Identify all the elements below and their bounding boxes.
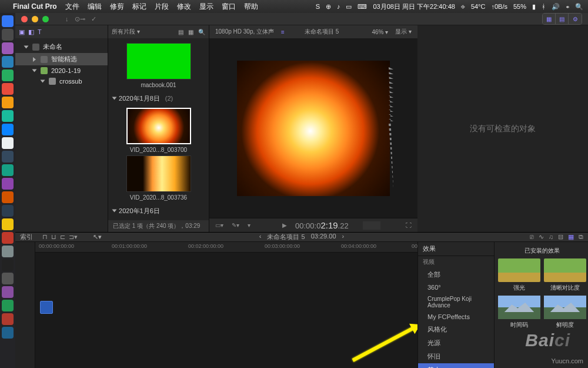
library-root[interactable]: 未命名	[15, 41, 108, 53]
timecode-display[interactable]: 00:00:02:19.22	[295, 220, 349, 230]
play-button[interactable]: ▶	[282, 222, 287, 228]
view-dropdown[interactable]: 显示 ▾	[395, 28, 412, 36]
bluetooth-icon[interactable]: ᚼ	[542, 3, 546, 10]
effect-item[interactable]: 强光	[498, 258, 540, 292]
menu-modify[interactable]: 修改	[177, 2, 191, 12]
dock-app[interactable]	[2, 164, 14, 176]
bg-tasks-icon[interactable]: ✓	[91, 15, 96, 23]
dock-app[interactable]	[2, 300, 14, 311]
dock-app[interactable]	[2, 151, 14, 163]
library-smart-collection[interactable]: 智能精选	[15, 53, 108, 65]
browser-group-icon[interactable]: ▦	[188, 29, 193, 35]
snap-icon[interactable]: ⊟	[558, 233, 563, 241]
prev-edit-icon[interactable]: ‹	[259, 233, 262, 241]
connect-clip-icon[interactable]: ⊓	[42, 233, 48, 241]
dock-safari[interactable]	[2, 124, 14, 135]
append-clip-icon[interactable]: ⊏	[60, 233, 65, 241]
dock-app[interactable]	[2, 178, 14, 190]
dock-app[interactable]	[2, 273, 14, 284]
effects-cat-360[interactable]: 360°	[418, 281, 494, 293]
fullscreen-icon[interactable]: ⛶	[406, 222, 412, 228]
clip-thumbnail[interactable]	[126, 155, 191, 192]
dock-app[interactable]	[2, 29, 14, 41]
disclosure-triangle-icon[interactable]	[32, 69, 37, 72]
viewer-canvas[interactable]	[237, 61, 390, 196]
browser-search-icon[interactable]: 🔍	[198, 29, 205, 35]
select-tool-icon[interactable]: ↖▾	[93, 233, 102, 241]
clip-thumbnail[interactable]	[126, 43, 191, 79]
date-time[interactable]: 03月08日 周日 下午22:40:48	[373, 2, 455, 11]
transitions-icon[interactable]: ⧉	[579, 233, 583, 241]
volume-icon[interactable]: 🔊	[552, 3, 560, 11]
effects-cat-all[interactable]: 全部	[418, 268, 494, 281]
dock-app[interactable]	[2, 327, 14, 339]
dock-app[interactable]	[2, 56, 14, 68]
dock-app[interactable]	[2, 137, 14, 149]
dock-app[interactable]	[2, 42, 14, 54]
timeline-index-button[interactable]: 索引	[20, 233, 33, 241]
clip-filter-dropdown[interactable]: 所有片段 ▾	[112, 28, 140, 36]
dock-app[interactable]	[2, 69, 14, 81]
dock-app[interactable]	[2, 110, 14, 122]
battery-icon[interactable]: ▮	[532, 3, 536, 11]
overwrite-clip-icon[interactable]: ⊐▾	[69, 233, 78, 241]
menu-edit[interactable]: 编辑	[88, 2, 102, 12]
disclosure-triangle-icon[interactable]	[24, 45, 29, 48]
timeline-area[interactable]: 00:00:00:00:00 00:01:00:00:00 00:02:00:0…	[35, 242, 417, 368]
music-icon[interactable]: ♪	[337, 3, 340, 10]
window-minimize-button[interactable]	[32, 16, 38, 22]
spotlight-icon[interactable]: 🔍	[575, 3, 583, 11]
effect-item[interactable]: 时间码	[498, 296, 540, 329]
next-edit-icon[interactable]: ›	[342, 233, 345, 241]
effects-browser-icon[interactable]: ▦	[568, 233, 574, 241]
library-project[interactable]: crossub	[15, 76, 108, 87]
titles-icon[interactable]: T	[38, 28, 42, 35]
import-icon[interactable]: ↓	[65, 15, 69, 23]
dock-app[interactable]	[2, 97, 14, 108]
insert-clip-icon[interactable]: ⊔	[51, 233, 56, 241]
dock-app[interactable]	[2, 286, 14, 298]
disclosure-triangle-icon[interactable]	[112, 210, 117, 213]
retime-icon[interactable]: ▾	[248, 222, 250, 228]
photos-icon[interactable]: ◧	[28, 28, 34, 36]
dock-app[interactable]	[2, 313, 14, 325]
effects-cat-basic[interactable]: 基本	[418, 363, 494, 368]
dock-app[interactable]	[2, 205, 14, 217]
view-options-icon[interactable]: ▭▾	[215, 222, 223, 228]
zoom-dropdown[interactable]: 46% ▾	[372, 29, 388, 35]
audio-meter-icon[interactable]: ≡	[281, 29, 285, 35]
effects-cat-nostalgia[interactable]: 怀旧	[418, 350, 494, 363]
viewer-canvas-area[interactable]	[209, 38, 417, 218]
effects-cat-light[interactable]: 光源	[418, 336, 494, 350]
window-zoom-button[interactable]	[42, 16, 49, 22]
display-icon[interactable]: ▭	[346, 3, 352, 11]
menu-window[interactable]: 窗口	[222, 2, 236, 12]
browser-view-icon[interactable]: ▤	[178, 29, 183, 35]
effects-cat-myfcp[interactable]: My FCPeffects	[418, 311, 494, 323]
effects-cat-stylize[interactable]: 风格化	[418, 323, 494, 336]
menu-clip[interactable]: 片段	[155, 2, 169, 12]
app-name[interactable]: Final Cut Pro	[13, 2, 57, 11]
effect-item[interactable]: 鲜明度	[544, 296, 586, 329]
keyboard-icon[interactable]: ⌨	[358, 3, 367, 11]
date-group-header[interactable]: 2020年1月8日 (2)	[113, 91, 204, 105]
clip-thumbnail[interactable]	[126, 108, 191, 144]
libraries-icon[interactable]: ▣	[19, 28, 25, 36]
dock-app[interactable]	[2, 246, 14, 257]
wifi-icon[interactable]: ⧞	[566, 3, 569, 10]
clip-item[interactable]: VID_2020...8_003736	[113, 155, 204, 201]
timeline-clip[interactable]	[40, 301, 53, 314]
clip-item[interactable]: VID_2020...8_003700	[113, 108, 204, 153]
clip-item[interactable]: macbook.001	[113, 43, 204, 88]
keyword-icon[interactable]: ⊙⊸	[75, 15, 85, 23]
layout-segment[interactable]: ▦▤⚙	[542, 13, 582, 25]
audio-skim-icon[interactable]: ∿	[539, 233, 544, 241]
menu-help[interactable]: 帮助	[244, 2, 258, 12]
date-group-header[interactable]: 2020年1月6日	[113, 203, 204, 218]
library-event[interactable]: 2020-1-19	[15, 65, 108, 76]
skimming-icon[interactable]: ⎚	[530, 233, 534, 241]
disclosure-triangle-icon[interactable]	[112, 97, 117, 100]
menu-mark[interactable]: 标记	[132, 2, 146, 12]
menu-view[interactable]: 显示	[199, 2, 213, 12]
timeline-ruler[interactable]: 00:00:00:00:00 00:01:00:00:00 00:02:00:0…	[35, 242, 417, 253]
